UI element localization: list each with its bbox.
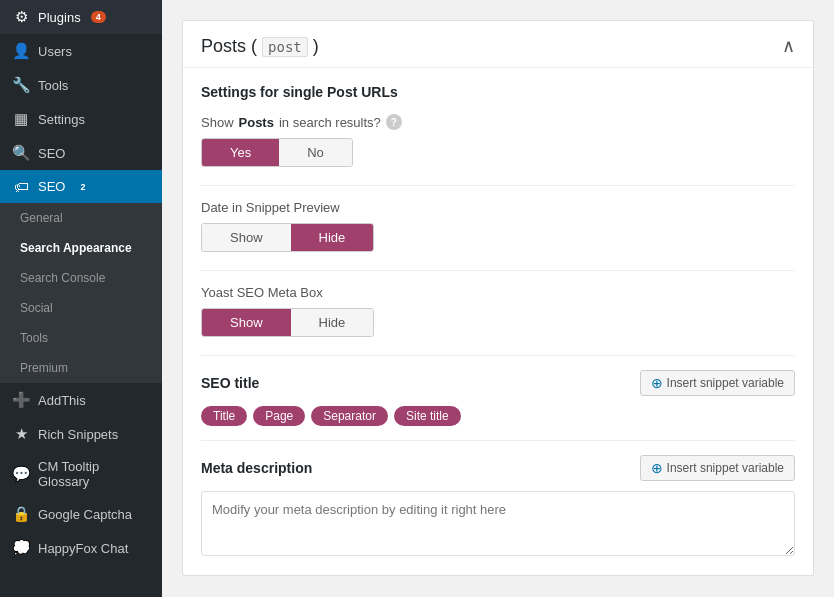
sidebar-item-label: Tools [38,78,68,93]
plus-circle-icon: ⊕ [651,375,663,391]
seo-active-icon: 🏷 [12,178,30,195]
panel-body: Settings for single Post URLs Show Posts… [183,68,813,575]
panel-header: Posts ( post ) ∧ [183,21,813,68]
show-posts-suffix: in search results? [279,115,381,130]
sidebar-item-general[interactable]: General [0,203,162,233]
sidebar-item-cm-tooltip[interactable]: 💬 CM TooltipGlossary [0,451,162,497]
sidebar-item-seo-active[interactable]: 🏷 SEO 2 [0,170,162,203]
happyfox-icon: 💭 [12,539,30,557]
sidebar-item-label: CM TooltipGlossary [38,459,99,489]
sidebar-item-users[interactable]: 👤 Users [0,34,162,68]
show-posts-yes-button[interactable]: Yes [202,139,279,166]
meta-description-input[interactable] [201,491,795,556]
cm-tooltip-icon: 💬 [12,465,30,483]
addthis-icon: ➕ [12,391,30,409]
sidebar: ⚙ Plugins 4 👤 Users 🔧 Tools ▦ Settings 🔍… [0,0,162,597]
show-posts-toggle: Yes No [201,138,353,167]
sidebar-item-label: SEO [38,146,65,161]
panel-title-code: post [262,37,308,57]
sidebar-item-label: Plugins [38,10,81,25]
sidebar-item-seo-top[interactable]: 🔍 SEO [0,136,162,170]
sidebar-item-plugins[interactable]: ⚙ Plugins 4 [0,0,162,34]
sidebar-item-social[interactable]: Social [0,293,162,323]
seo-title-tags: Title Page Separator Site title [201,406,795,426]
date-snippet-toggle: Show Hide [201,223,374,252]
insert-snippet-button-2[interactable]: ⊕ Insert snippet variable [640,455,795,481]
tag-site-title[interactable]: Site title [394,406,461,426]
sidebar-item-label: Settings [38,112,85,127]
collapse-button[interactable]: ∧ [782,35,795,57]
google-captcha-icon: 🔒 [12,505,30,523]
seo-badge: 2 [75,181,90,193]
sidebar-item-premium[interactable]: Premium [0,353,162,383]
sidebar-item-label: AddThis [38,393,86,408]
insert-snippet-button-1[interactable]: ⊕ Insert snippet variable [640,370,795,396]
divider-3 [201,355,795,356]
sidebar-item-search-appearance[interactable]: Search Appearance [0,233,162,263]
panel-title-prefix: Posts ( [201,36,257,56]
show-posts-text: Show [201,115,234,130]
seo-title-header: SEO title ⊕ Insert snippet variable [201,370,795,396]
panel-title-suffix: ) [313,36,319,56]
insert-snippet-label-2: Insert snippet variable [667,461,784,475]
sidebar-item-tools[interactable]: 🔧 Tools [0,68,162,102]
meta-box-text: Yoast SEO Meta Box [201,285,323,300]
sidebar-item-settings[interactable]: ▦ Settings [0,102,162,136]
show-posts-label: Show Posts in search results? ? [201,114,795,130]
meta-hide-button[interactable]: Hide [291,309,374,336]
insert-snippet-label: Insert snippet variable [667,376,784,390]
sidebar-item-label: HappyFox Chat [38,541,128,556]
date-snippet-row: Date in Snippet Preview Show Hide [201,200,795,252]
seo-top-icon: 🔍 [12,144,30,162]
sidebar-submenu-label: Premium [20,361,68,375]
date-show-button[interactable]: Show [202,224,291,251]
meta-show-button[interactable]: Show [202,309,291,336]
divider-2 [201,270,795,271]
meta-box-toggle: Show Hide [201,308,374,337]
tag-title[interactable]: Title [201,406,247,426]
plugins-badge: 4 [91,11,106,23]
users-icon: 👤 [12,42,30,60]
tools-icon: 🔧 [12,76,30,94]
help-icon[interactable]: ? [386,114,402,130]
meta-desc-label: Meta description [201,460,312,476]
meta-box-label: Yoast SEO Meta Box [201,285,795,300]
date-hide-button[interactable]: Hide [291,224,374,251]
seo-submenu: General Search Appearance Search Console… [0,203,162,383]
sidebar-item-addthis[interactable]: ➕ AddThis [0,383,162,417]
show-posts-bold: Posts [239,115,274,130]
sidebar-submenu-label: Tools [20,331,48,345]
main-content: Posts ( post ) ∧ Settings for single Pos… [162,0,834,597]
plugins-icon: ⚙ [12,8,30,26]
settings-icon: ▦ [12,110,30,128]
tag-separator[interactable]: Separator [311,406,388,426]
sidebar-item-label: Google Captcha [38,507,132,522]
sidebar-item-label-seo: SEO [38,179,65,194]
panel-title: Posts ( post ) [201,36,319,57]
date-snippet-label: Date in Snippet Preview [201,200,795,215]
tag-page[interactable]: Page [253,406,305,426]
sidebar-submenu-label: Search Console [20,271,105,285]
sidebar-item-rich-snippets[interactable]: ★ Rich Snippets [0,417,162,451]
sidebar-item-label: Users [38,44,72,59]
show-posts-no-button[interactable]: No [279,139,352,166]
sidebar-submenu-label: General [20,211,63,225]
sidebar-item-label: Rich Snippets [38,427,118,442]
meta-box-row: Yoast SEO Meta Box Show Hide [201,285,795,337]
posts-panel: Posts ( post ) ∧ Settings for single Pos… [182,20,814,576]
meta-desc-header: Meta description ⊕ Insert snippet variab… [201,455,795,481]
sidebar-item-tools-sub[interactable]: Tools [0,323,162,353]
rich-snippets-icon: ★ [12,425,30,443]
section-title: Settings for single Post URLs [201,84,795,100]
sidebar-submenu-label: Social [20,301,53,315]
sidebar-item-google-captcha[interactable]: 🔒 Google Captcha [0,497,162,531]
meta-desc-section: Meta description ⊕ Insert snippet variab… [201,455,795,559]
sidebar-submenu-label: Search Appearance [20,241,132,255]
show-posts-row: Show Posts in search results? ? Yes No [201,114,795,167]
sidebar-item-search-console[interactable]: Search Console [0,263,162,293]
divider-1 [201,185,795,186]
sidebar-item-happyfox[interactable]: 💭 HappyFox Chat [0,531,162,565]
divider-4 [201,440,795,441]
seo-title-label: SEO title [201,375,259,391]
plus-circle-icon-2: ⊕ [651,460,663,476]
